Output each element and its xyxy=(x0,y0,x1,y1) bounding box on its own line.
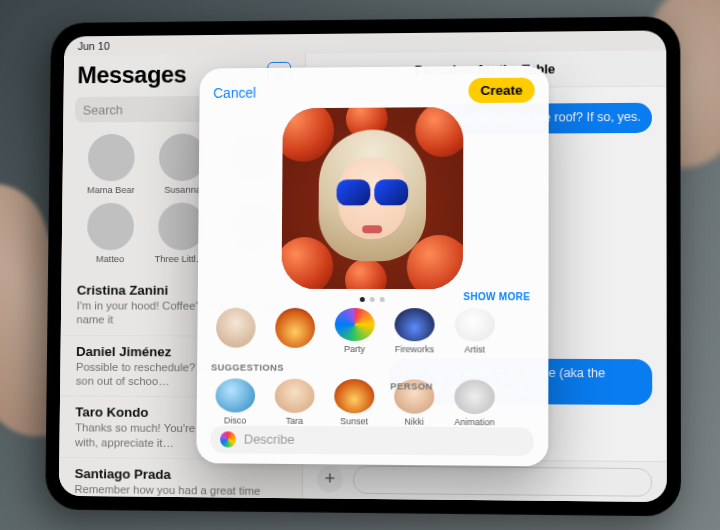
chip-image xyxy=(454,380,494,414)
show-more-button[interactable]: SHOW MORE xyxy=(463,291,530,302)
concept-chip[interactable] xyxy=(213,308,259,354)
chip-image xyxy=(275,379,315,413)
chip-image xyxy=(394,308,434,342)
chip-image xyxy=(455,308,495,342)
concept-chip[interactable] xyxy=(272,308,318,355)
concept-chip[interactable]: Fireworks xyxy=(391,308,437,355)
concept-chip[interactable]: Animation xyxy=(451,380,497,427)
ipad-device: Jun 10 Messages Search Mama Bear Susanna xyxy=(45,16,681,516)
chip-image xyxy=(334,379,374,413)
chip-image xyxy=(335,308,375,342)
siri-icon xyxy=(220,431,236,447)
concept-chip[interactable]: Tara xyxy=(272,379,318,426)
create-button[interactable]: Create xyxy=(468,78,534,103)
concept-chip[interactable]: Artist xyxy=(452,308,498,355)
chip-label: Fireworks xyxy=(395,345,434,355)
chip-label: Animation xyxy=(454,417,494,427)
chip-image xyxy=(275,308,315,348)
generated-image[interactable] xyxy=(282,107,464,289)
suggestion-row: Disco Tara Sunset Nikki Animation xyxy=(210,373,534,428)
chip-label: Party xyxy=(344,344,365,354)
portrait xyxy=(318,130,426,262)
concept-row: Party Fireworks Artist xyxy=(211,302,534,355)
image-playground-modal: Cancel Create SHOW MORE xyxy=(196,66,549,467)
chip-label: Sunset xyxy=(340,416,368,426)
chip-image xyxy=(216,308,256,348)
concept-chip[interactable]: Sunset xyxy=(331,379,377,426)
describe-placeholder: Describe xyxy=(244,432,295,447)
chip-label: Nikki xyxy=(404,417,424,427)
person-label: PERSON xyxy=(390,380,433,391)
ipad-screen: Jun 10 Messages Search Mama Bear Susanna xyxy=(59,30,667,502)
chip-image xyxy=(215,379,255,413)
concept-chip[interactable]: Disco xyxy=(212,379,258,426)
concept-chip[interactable]: Party xyxy=(332,308,378,355)
chip-label: Disco xyxy=(224,415,246,425)
chip-label: Tara xyxy=(286,416,303,426)
chip-label: Artist xyxy=(464,345,485,355)
cancel-button[interactable]: Cancel xyxy=(213,84,256,100)
describe-input[interactable]: Describe xyxy=(210,425,534,456)
